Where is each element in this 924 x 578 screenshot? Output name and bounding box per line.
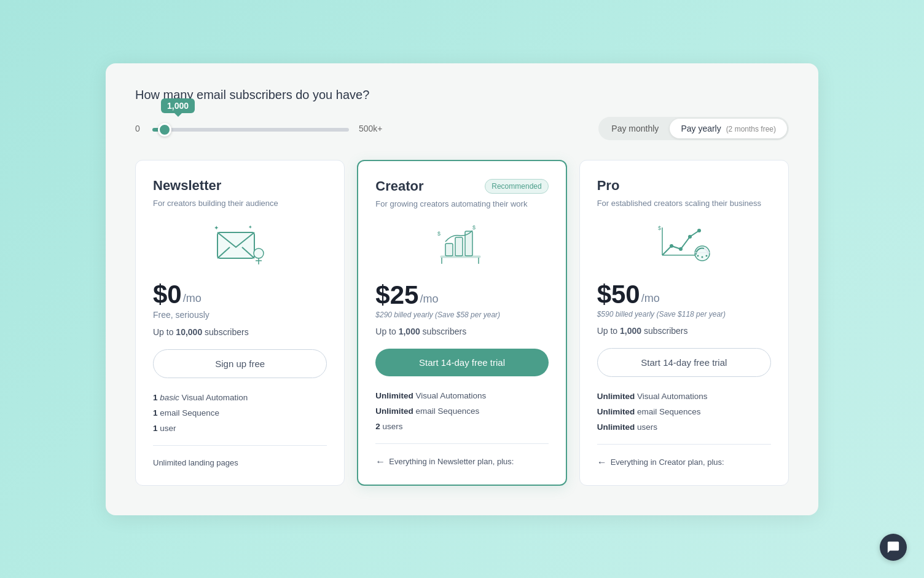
slider-max-label: 500k+ — [359, 124, 383, 133]
plan-pro: Pro For established creators scaling the… — [579, 160, 789, 486]
plan-newsletter: Newsletter For creators building their a… — [135, 160, 345, 486]
newsletter-features: 1 basic Visual Automation 1 email Sequen… — [153, 393, 327, 433]
pro-feature-2: Unlimited email Sequences — [597, 407, 771, 416]
plan-creator-price: $25 /mo — [375, 282, 548, 308]
newsletter-feature-2: 1 email Sequence — [153, 408, 327, 418]
slider-tooltip: 1,000 — [161, 98, 195, 113]
svg-rect-24 — [694, 252, 710, 253]
pro-cta-button[interactable]: Start 14-day free trial — [597, 348, 771, 377]
plan-newsletter-free-text: Free, seriously — [153, 310, 327, 320]
arrow-left-icon-pro: ← — [597, 457, 607, 468]
plan-newsletter-subscribers: Up to 10,000 subscribers — [153, 327, 327, 337]
slider-wrapper: 1,000 — [152, 123, 349, 134]
svg-point-26 — [702, 256, 703, 258]
chat-widget[interactable] — [880, 534, 907, 561]
pro-feature-1: Unlimited Visual Automations — [597, 392, 771, 401]
svg-text:$: $ — [437, 231, 440, 237]
svg-point-27 — [706, 255, 708, 257]
plan-pro-price: $50 /mo — [597, 282, 771, 307]
svg-rect-10 — [455, 237, 463, 256]
svg-point-3 — [254, 248, 264, 258]
arrow-left-icon: ← — [375, 456, 385, 467]
plan-newsletter-name: Newsletter — [153, 178, 221, 194]
recommended-badge: Recommended — [485, 179, 548, 194]
plan-pro-subtitle: For established creators scaling their b… — [597, 199, 771, 208]
svg-text:✦: ✦ — [214, 224, 219, 231]
plan-pro-header: Pro — [597, 178, 771, 194]
plan-creator-yearly: $290 billed yearly (Save $58 per year) — [375, 311, 548, 319]
newsletter-footer: Unlimited landing pages — [153, 458, 327, 467]
plan-pro-subscribers: Up to 1,000 subscribers — [597, 326, 771, 336]
creator-feature-3: 2 users — [375, 422, 548, 431]
svg-text:$: $ — [658, 225, 661, 231]
billing-toggle: Pay monthly Pay yearly (2 months free) — [598, 117, 789, 140]
pro-footer: ← Everything in Creator plan, plus: — [597, 457, 771, 468]
plan-creator-subtitle: For growing creators automating their wo… — [375, 199, 548, 208]
creator-feature-1: Unlimited Visual Automations — [375, 391, 548, 400]
plan-newsletter-subtitle: For creators building their audience — [153, 199, 327, 208]
plan-creator-name: Creator — [375, 178, 423, 194]
creator-footer: ← Everything in Newsletter plan, plus: — [375, 456, 548, 467]
svg-rect-9 — [445, 243, 453, 256]
svg-point-16 — [670, 244, 673, 248]
plan-pro-illustration: $ — [597, 220, 771, 269]
chat-icon — [887, 540, 900, 554]
plan-newsletter-header: Newsletter — [153, 178, 327, 194]
plan-pro-name: Pro — [597, 178, 620, 194]
newsletter-feature-1: 1 basic Visual Automation — [153, 393, 327, 402]
slider-min-label: 0 — [135, 124, 143, 133]
subscriber-slider[interactable] — [152, 128, 349, 132]
question-label: How many email subscribers do you have? — [135, 88, 789, 102]
svg-text:$: $ — [472, 224, 476, 231]
creator-features: Unlimited Visual Automations Unlimited e… — [375, 391, 548, 431]
pay-monthly-button[interactable]: Pay monthly — [600, 119, 670, 138]
pricing-card: How many email subscribers do you have? … — [106, 63, 818, 515]
plan-newsletter-price: $0 /mo — [153, 282, 327, 307]
plan-creator-header: Creator Recommended — [375, 178, 548, 194]
svg-point-19 — [697, 229, 701, 232]
newsletter-cta-button[interactable]: Sign up free — [153, 349, 327, 378]
pro-feature-3: Unlimited users — [597, 422, 771, 432]
svg-point-17 — [679, 247, 683, 251]
plan-pro-yearly: $590 billed yearly (Save $118 per year) — [597, 310, 771, 319]
newsletter-feature-3: 1 user — [153, 424, 327, 433]
plan-newsletter-illustration: ✦ ✦ — [153, 220, 327, 269]
slider-section: 0 1,000 500k+ Pay monthly Pay yearly (2 … — [135, 117, 789, 140]
pay-yearly-button[interactable]: Pay yearly (2 months free) — [670, 119, 787, 138]
svg-text:✦: ✦ — [248, 224, 253, 230]
pro-features: Unlimited Visual Automations Unlimited e… — [597, 392, 771, 432]
plan-creator-illustration: $ $ — [375, 221, 548, 270]
creator-feature-2: Unlimited email Sequences — [375, 406, 548, 416]
plan-creator: Creator Recommended For growing creators… — [357, 160, 566, 486]
plans-grid: Newsletter For creators building their a… — [135, 160, 789, 486]
plan-creator-subscribers: Up to 1,000 subscribers — [375, 327, 548, 336]
svg-point-25 — [697, 255, 699, 257]
svg-point-18 — [688, 235, 692, 239]
creator-cta-button[interactable]: Start 14-day free trial — [375, 349, 548, 376]
